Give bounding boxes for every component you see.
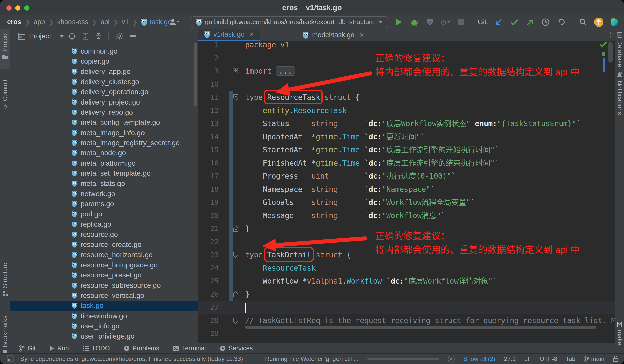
breadcrumb-item[interactable]: api bbox=[101, 18, 110, 26]
breadcrumb-current-file[interactable]: task.go bbox=[150, 18, 172, 26]
expand-all-icon[interactable] bbox=[82, 33, 89, 40]
code-line-10[interactable]: 10 bbox=[198, 78, 615, 91]
code-line-13[interactable]: 13 Status string `dc:"底层Workflow实例状态" en… bbox=[198, 117, 615, 130]
collapse-all-icon[interactable] bbox=[95, 33, 102, 40]
sidebar-tab-bookmarks[interactable]: Bookmarks bbox=[0, 316, 10, 356]
tree-item-resource_vertical-go[interactable]: resource_vertical.go bbox=[10, 291, 198, 301]
tab-model-task-go[interactable]: model/task.go ✕ bbox=[297, 29, 370, 41]
code-line-27[interactable]: 27 bbox=[198, 301, 615, 314]
sidebar-tab-commit[interactable]: Commit bbox=[0, 80, 10, 110]
tree-item-delivery_app-go[interactable]: delivery_app.go bbox=[10, 67, 198, 77]
inspections-ok-icon[interactable] bbox=[599, 41, 607, 47]
toolwindow-run[interactable]: Run bbox=[49, 345, 69, 352]
git-branch-widget[interactable]: main bbox=[584, 355, 604, 362]
breadcrumb-item[interactable]: app bbox=[34, 18, 45, 26]
code-line-19[interactable]: 19 Globals string `dc:"Workflow流程全局变量"` bbox=[198, 196, 615, 209]
tree-item-meta_set_template-go[interactable]: meta_set_template.go bbox=[10, 168, 198, 178]
tab-v1-task-go[interactable]: v1/task.go ✕ bbox=[198, 29, 260, 41]
code-line-14[interactable]: 14 UpdatedAt *gtime.Time `dc:"更新时间"` bbox=[198, 130, 615, 143]
tree-item-delivery_repo-go[interactable]: delivery_repo.go bbox=[10, 107, 198, 117]
breadcrumb-item[interactable]: eros bbox=[7, 18, 21, 26]
tree-item-network-go[interactable]: network.go bbox=[10, 189, 198, 199]
code-line-16[interactable]: 16 FinishedAt *gtime.Time `dc:"底层工作流引擎的结… bbox=[198, 157, 615, 170]
indent-style[interactable]: Tab bbox=[566, 355, 575, 362]
sidebar-tab-database[interactable]: Database bbox=[615, 32, 624, 67]
code-line-12[interactable]: 12 entity.ResourceTask bbox=[198, 104, 615, 117]
show-all-tasks-link[interactable]: Show all (2) bbox=[463, 355, 495, 362]
tree-item-meta_platform-go[interactable]: meta_platform.go bbox=[10, 158, 198, 168]
editor-vertical-scrollbar[interactable] bbox=[608, 42, 613, 63]
fold-expand-icon[interactable] bbox=[233, 68, 238, 73]
code-line-29[interactable]: 29 bbox=[198, 327, 615, 340]
tree-item-meta_image_info-go[interactable]: meta_image_info.go bbox=[10, 128, 198, 138]
fold-start-icon[interactable] bbox=[233, 94, 239, 101]
toolwindow-terminal[interactable]: Terminal bbox=[173, 345, 206, 352]
toolwindow-todo[interactable]: TODO bbox=[83, 345, 110, 352]
rollback-icon[interactable] bbox=[556, 17, 566, 27]
run-configuration-select[interactable]: go build git.woa.com/khaos/eros/hack/exp… bbox=[191, 16, 388, 28]
toolwindow-problems[interactable]: Problems bbox=[124, 345, 159, 352]
run-with-coverage-button[interactable] bbox=[441, 17, 451, 27]
locate-file-icon[interactable] bbox=[68, 33, 76, 40]
toolwindow-git[interactable]: Git bbox=[19, 345, 36, 352]
tree-item-common-go[interactable]: common.go bbox=[10, 46, 198, 56]
tree-item-copier-go[interactable]: copier.go bbox=[10, 56, 198, 66]
update-available-icon[interactable] bbox=[594, 17, 604, 27]
git-commit-icon[interactable] bbox=[509, 17, 519, 27]
tree-item-meta_stats-go[interactable]: meta_stats.go bbox=[10, 178, 198, 189]
tree-item-task-go[interactable]: task.go bbox=[10, 301, 198, 311]
stop-button[interactable] bbox=[456, 17, 466, 27]
tree-item-pod-go[interactable]: pod.go bbox=[10, 209, 198, 219]
tree-item-user_privilege-go[interactable]: user_privilege.go bbox=[10, 331, 198, 341]
tree-item-delivery_operation-go[interactable]: delivery_operation.go bbox=[10, 87, 198, 97]
code-line-25[interactable]: 25 Workflow *v1alpha1.Workflow `dc:"底层Wo… bbox=[198, 275, 615, 288]
breadcrumb-item[interactable]: khaos-oss bbox=[57, 18, 88, 26]
user-account-icon[interactable] bbox=[169, 17, 179, 27]
editor-body[interactable]: 1package v123import ...1011type Resource… bbox=[198, 41, 615, 343]
layout-icon[interactable] bbox=[7, 355, 14, 362]
close-tab-icon[interactable]: ✕ bbox=[249, 31, 254, 38]
tree-item-meta_image_registry_secret-go[interactable]: meta_image_registry_secret.go bbox=[10, 138, 198, 148]
line-separator[interactable]: LF bbox=[524, 355, 531, 362]
sidebar-tab-project[interactable]: Project bbox=[0, 32, 10, 59]
breadcrumb-item[interactable]: v1 bbox=[122, 18, 129, 26]
run-button[interactable] bbox=[394, 17, 404, 27]
editor-horizontal-scrollbar[interactable] bbox=[245, 326, 596, 329]
tree-item-resource-go[interactable]: resource.go bbox=[10, 229, 198, 240]
sidebar-tab-make[interactable]: make bbox=[615, 322, 624, 345]
code-line-1[interactable]: 1package v1 bbox=[198, 41, 615, 51]
fold-end-icon[interactable] bbox=[233, 291, 239, 298]
code-line-15[interactable]: 15 StartedAt *gtime.Time `dc:"底层工作流引擎的开始… bbox=[198, 143, 615, 157]
fold-end-icon[interactable] bbox=[233, 225, 239, 232]
tree-item-timewindow-go[interactable]: timewindow.go bbox=[10, 311, 198, 321]
sidebar-tab-notifications[interactable]: Notifications bbox=[615, 72, 624, 115]
tree-item-params-go[interactable]: params.go bbox=[10, 199, 198, 209]
project-scrollbar[interactable] bbox=[194, 43, 197, 106]
tree-item-resource_hotupgrade-go[interactable]: resource_hotupgrade.go bbox=[10, 260, 198, 270]
history-icon[interactable] bbox=[541, 17, 551, 27]
tree-item-delivery_cluster-go[interactable]: delivery_cluster.go bbox=[10, 77, 198, 87]
tree-item-resource_subresource-go[interactable]: resource_subresource.go bbox=[10, 280, 198, 291]
tree-item-meta_config_template-go[interactable]: meta_config_template.go bbox=[10, 117, 198, 127]
plugin-logo-icon[interactable] bbox=[609, 17, 619, 27]
tab-options-icon[interactable]: ⁞ bbox=[609, 31, 611, 38]
code-line-17[interactable]: 17 Progress uint `dc:"执行进度(0-100)"` bbox=[198, 170, 615, 183]
fold-start-icon[interactable] bbox=[233, 252, 239, 258]
code-line-18[interactable]: 18 Namespace string `dc:"Namespace"` bbox=[198, 183, 615, 196]
tree-item-user_info-go[interactable]: user_info.go bbox=[10, 321, 198, 331]
hide-panel-icon[interactable] bbox=[130, 35, 136, 37]
lock-icon[interactable] bbox=[613, 356, 618, 362]
cancel-task-icon[interactable]: ✕ bbox=[448, 356, 455, 362]
status-message[interactable]: Sync dependencies of git.woa.com/khaos/e… bbox=[20, 355, 243, 362]
git-push-icon[interactable] bbox=[525, 17, 535, 27]
search-everywhere-icon[interactable] bbox=[578, 17, 588, 27]
tree-item-resource_create-go[interactable]: resource_create.go bbox=[10, 240, 198, 250]
code-line-24[interactable]: 24 ResourceTask bbox=[198, 262, 615, 275]
git-update-icon[interactable] bbox=[494, 17, 504, 27]
tree-item-replica-go[interactable]: replica.go bbox=[10, 219, 198, 229]
fold-start-icon[interactable] bbox=[233, 317, 239, 324]
code-line-28[interactable]: 28// TaskGetListReq is the request recei… bbox=[198, 314, 615, 327]
code-line-20[interactable]: 20 Message string `dc:"Workflow消息"` bbox=[198, 209, 615, 222]
caret-position[interactable]: 27:1 bbox=[504, 355, 516, 362]
sidebar-tab-structure[interactable]: Structure bbox=[0, 263, 10, 296]
